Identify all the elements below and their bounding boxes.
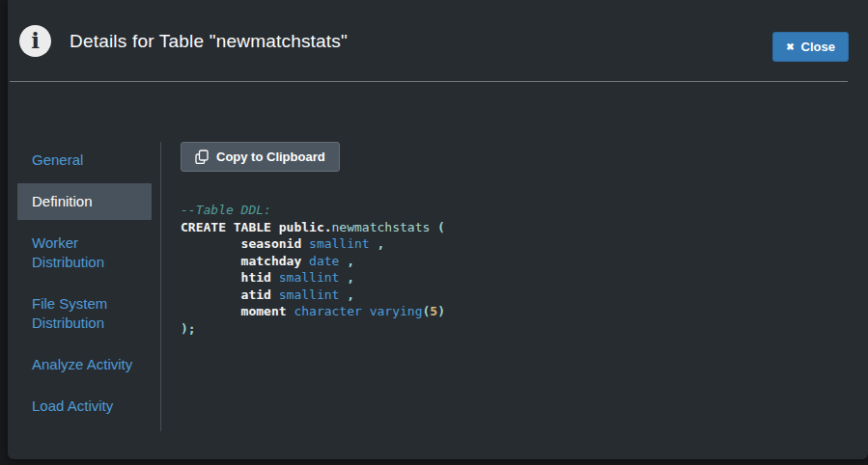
sidebar-item-file-system-distribution[interactable]: File System Distribution	[17, 286, 152, 342]
code-line: CREATE TABLE public.newmatchstats (	[181, 219, 868, 236]
code-line: htid smallint ,	[181, 269, 868, 287]
code-token-num: 5	[430, 304, 437, 318]
code-token-punct: (	[430, 220, 445, 234]
code-token-kw: moment	[181, 304, 287, 318]
sidebar-item-analyze-activity[interactable]: Analyze Activity	[17, 346, 152, 383]
header-divider	[10, 81, 848, 82]
code-line: );	[181, 320, 868, 338]
sidebar: GeneralDefinitionWorker DistributionFile…	[8, 142, 160, 459]
copy-to-clipboard-button[interactable]: Copy to Clipboard	[181, 142, 340, 172]
code-token-punct: ,	[370, 236, 385, 251]
close-button-label: Close	[801, 40, 835, 54]
copy-button-label: Copy to Clipboard	[216, 150, 325, 164]
code-line: matchday date ,	[181, 253, 868, 270]
code-token-type: character varying	[287, 304, 423, 318]
code-line: seasonid smallint ,	[181, 235, 868, 253]
modal-title: Details for Table "newmatchstats"	[70, 31, 348, 52]
code-token-punct: )	[437, 304, 445, 318]
code-token-type: smallint	[271, 287, 339, 302]
sidebar-item-load-activity[interactable]: Load Activity	[17, 388, 152, 424]
code-token-punct: );	[181, 321, 196, 336]
code-line: atid smallint ,	[181, 287, 868, 304]
code-token-punct: ,	[339, 270, 354, 285]
code-token-kw: htid	[181, 270, 271, 285]
code-token-kw: seasonid	[181, 236, 301, 251]
code-token-kw: atid	[181, 287, 271, 302]
code-token-type: smallint	[271, 270, 339, 285]
sidebar-item-worker-distribution[interactable]: Worker Distribution	[17, 225, 152, 281]
close-button[interactable]: ✖ Close	[772, 32, 849, 62]
sidebar-item-general[interactable]: General	[17, 142, 152, 178]
copy-icon	[195, 150, 209, 164]
code-token-comment: --Table DDL:	[181, 203, 271, 217]
code-token-type: smallint	[301, 236, 369, 251]
modal-body: GeneralDefinitionWorker DistributionFile…	[8, 82, 868, 459]
code-token-punct: ,	[339, 254, 354, 268]
table-details-modal: i Details for Table "newmatchstats" ✖ Cl…	[8, 0, 868, 459]
info-icon: i	[19, 25, 51, 57]
code-line: moment character varying(5)	[181, 303, 868, 320]
code-token-id: newmatchstats	[332, 220, 431, 234]
code-token-kw: CREATE TABLE public.	[181, 220, 332, 234]
code-token-punct: ,	[339, 287, 354, 302]
content-pane: Copy to Clipboard --Table DDL:CREATE TAB…	[181, 142, 868, 459]
sidebar-item-definition[interactable]: Definition	[17, 183, 152, 220]
code-token-kw: matchday	[181, 254, 301, 268]
ddl-code: --Table DDL:CREATE TABLE public.newmatch…	[181, 202, 868, 337]
modal-header: i Details for Table "newmatchstats" ✖ Cl…	[8, 0, 868, 82]
code-token-type: date	[301, 254, 339, 268]
sidebar-divider	[160, 142, 161, 431]
close-icon: ✖	[786, 42, 794, 52]
code-line: --Table DDL:	[181, 202, 868, 219]
